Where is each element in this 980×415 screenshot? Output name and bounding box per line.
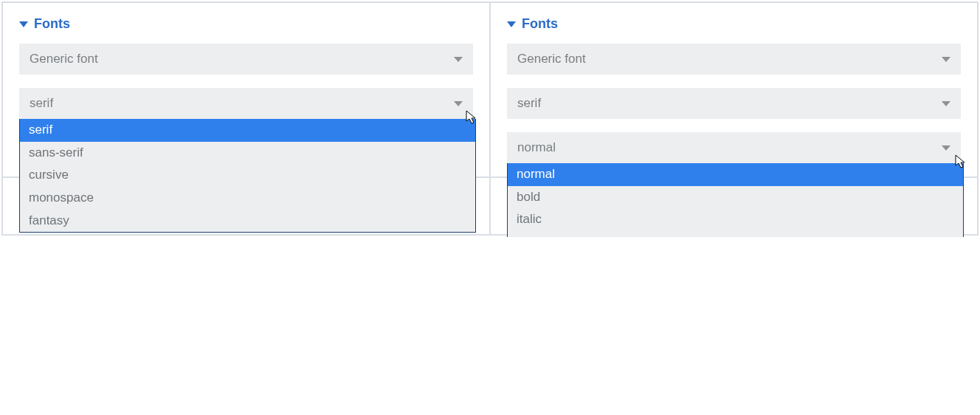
dropdown-value: serif — [517, 96, 541, 111]
font-style-dropdown[interactable]: normal — [507, 132, 961, 163]
panel-title: Fonts — [34, 16, 70, 32]
chevron-down-icon — [942, 145, 950, 151]
fonts-header-left[interactable]: Fonts — [19, 16, 473, 32]
option-sans-serif[interactable]: sans-serif — [20, 142, 475, 165]
font-style-dropdown-wrap: normal normal bold italic bold-italic ob… — [507, 132, 961, 163]
font-family-dropdown[interactable]: serif — [19, 88, 473, 119]
fonts-header-right[interactable]: Fonts — [507, 16, 961, 32]
option-bold[interactable]: bold — [508, 186, 963, 209]
panel-title: Fonts — [522, 16, 558, 32]
left-panel: Fonts Generic font serif serif sans-seri… — [2, 2, 490, 177]
option-monospace[interactable]: monospace — [20, 187, 475, 210]
generic-font-dropdown[interactable]: Generic font — [507, 44, 961, 75]
font-family-options: serif sans-serif cursive monospace fanta… — [19, 119, 476, 233]
chevron-down-icon — [454, 57, 463, 62]
option-cursive[interactable]: cursive — [20, 164, 475, 187]
right-panel: Fonts Generic font serif normal normal b… — [490, 2, 978, 177]
font-style-options: normal bold italic bold-italic oblique b… — [507, 163, 964, 237]
option-bold-italic[interactable]: bold-italic — [508, 231, 963, 237]
option-italic[interactable]: italic — [508, 208, 963, 231]
option-serif[interactable]: serif — [20, 119, 475, 142]
dropdown-value: serif — [30, 96, 53, 111]
collapse-triangle-icon — [19, 21, 28, 27]
chevron-down-icon — [942, 101, 950, 106]
option-normal[interactable]: normal — [508, 163, 963, 186]
option-fantasy[interactable]: fantasy — [20, 210, 475, 233]
chevron-down-icon — [942, 57, 950, 62]
font-family-dropdown[interactable]: serif — [507, 88, 961, 119]
chevron-down-icon — [454, 101, 463, 106]
font-family-dropdown-wrap: serif serif sans-serif cursive monospace… — [19, 88, 473, 119]
dropdown-value: normal — [517, 140, 556, 155]
collapse-triangle-icon — [507, 21, 516, 27]
comparison-grid: Fonts Generic font serif serif sans-seri… — [1, 1, 979, 236]
generic-font-dropdown[interactable]: Generic font — [19, 44, 473, 75]
dropdown-value: Generic font — [517, 52, 586, 66]
dropdown-value: Generic font — [30, 52, 98, 66]
